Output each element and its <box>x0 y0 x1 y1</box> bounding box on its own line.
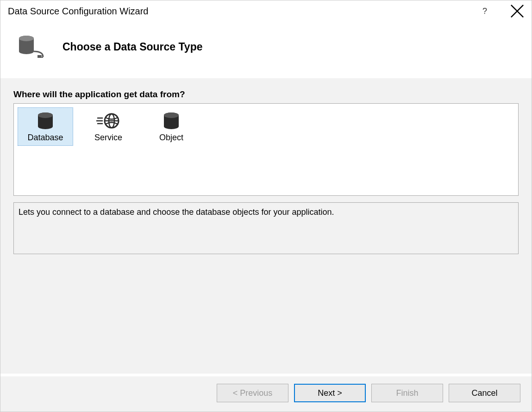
content-area: Where will the application get data from… <box>0 78 532 374</box>
svg-point-21 <box>164 124 179 129</box>
option-label: Object <box>159 133 183 143</box>
svg-rect-7 <box>41 56 43 56</box>
wizard-icon <box>15 33 48 61</box>
question-label: Where will the application get data from… <box>13 89 519 100</box>
svg-point-5 <box>19 36 34 41</box>
titlebar: Data Source Configuration Wizard ? <box>0 0 532 22</box>
finish-button[interactable]: Finish <box>371 384 443 402</box>
previous-button[interactable]: < Previous <box>217 384 288 402</box>
svg-rect-8 <box>41 57 43 58</box>
window-title: Data Source Configuration Wizard <box>8 6 148 17</box>
next-button[interactable]: Next > <box>294 384 366 402</box>
svg-rect-6 <box>38 55 41 58</box>
option-database[interactable]: Database <box>18 107 73 146</box>
database-icon <box>36 111 55 131</box>
options-list: Database Service <box>13 103 519 196</box>
page-title: Choose a Data Source Type <box>63 41 203 53</box>
cancel-button[interactable]: Cancel <box>449 384 520 402</box>
help-icon[interactable]: ? <box>478 4 492 18</box>
option-label: Database <box>27 133 63 143</box>
option-service[interactable]: Service <box>81 107 136 146</box>
option-object[interactable]: Object <box>144 107 199 146</box>
svg-point-22 <box>164 112 179 118</box>
svg-point-12 <box>38 112 53 118</box>
option-label: Service <box>94 133 122 143</box>
description-text: Lets you connect to a database and choos… <box>13 202 519 254</box>
page-header: Choose a Data Source Type <box>0 22 532 78</box>
wizard-footer: < Previous Next > Finish Cancel <box>0 376 532 412</box>
titlebar-controls: ? <box>478 4 524 18</box>
svg-point-4 <box>19 49 34 54</box>
svg-point-11 <box>38 124 53 129</box>
service-icon <box>96 111 120 131</box>
object-icon <box>162 111 181 131</box>
close-icon[interactable] <box>510 4 524 18</box>
